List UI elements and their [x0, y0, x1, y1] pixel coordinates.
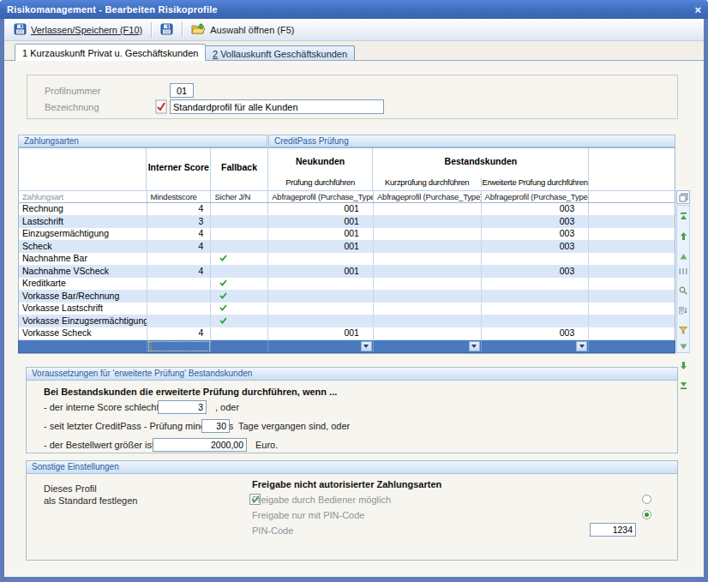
header-interner-score[interactable]: Interner Score: [147, 148, 211, 190]
profile-name-input[interactable]: [170, 99, 384, 114]
grid-row[interactable]: Vorkasse Bar/Rechnung: [19, 291, 675, 303]
header-bestandskunden[interactable]: Bestandskunden Kurzprüfung durchführen E…: [373, 148, 589, 190]
grid-cell-extra[interactable]: [589, 291, 675, 303]
new-row-sicher-cell[interactable]: [211, 340, 268, 353]
new-row-erweiterte-cell[interactable]: [482, 340, 590, 353]
grid-cell-mindestscore[interactable]: [147, 303, 212, 315]
grid-cell-mindestscore[interactable]: 4: [147, 228, 212, 240]
grid-cell-mindestscore[interactable]: 4: [147, 266, 212, 278]
grid-cell-abfrageprofil-neukunden[interactable]: 001: [268, 203, 374, 215]
header-neukunden[interactable]: Neukunden Prüfung durchführen: [268, 148, 374, 190]
grid-cell-extra[interactable]: [589, 241, 675, 253]
row-down-icon[interactable]: [680, 357, 687, 373]
tab-kurzauskunft[interactable]: 1 Kurzauskunft Privat u. Geschäftskunden: [15, 44, 206, 61]
grid-cell-abfrageprofil-erweitert[interactable]: 003: [482, 216, 590, 228]
grid-cell-mindestscore[interactable]: 4: [147, 241, 212, 253]
grid-cell-abfrageprofil-kurzpruefung[interactable]: [374, 241, 482, 253]
grid-cell-abfrageprofil-kurzpruefung[interactable]: [374, 216, 482, 228]
filter-icon[interactable]: [679, 322, 687, 338]
grid-row[interactable]: Lastschrift3001003: [19, 216, 675, 229]
grid-cell-extra[interactable]: [589, 278, 675, 290]
grid-cell-abfrageprofil-kurzpruefung[interactable]: [374, 278, 482, 290]
pin-code-input[interactable]: [590, 523, 636, 537]
open-selection-button[interactable]: Auswahl öffnen (F5): [185, 21, 300, 39]
grid-cell-abfrageprofil-erweitert[interactable]: [482, 278, 590, 290]
grid-cell-zahlungsart[interactable]: Vorkasse Einzugsermächtigung: [19, 315, 147, 327]
purchase-type-dropdown[interactable]: [469, 341, 480, 351]
grid-cell-zahlungsart[interactable]: Einzugsermächtigung: [19, 228, 147, 240]
grid-cell-zahlungsart[interactable]: Scheck: [19, 241, 147, 253]
grid-cell-sicher[interactable]: [211, 266, 268, 278]
grid-cell-sicher[interactable]: [211, 315, 268, 327]
sort-icon[interactable]: [679, 303, 687, 318]
new-row-zahlungsart-cell[interactable]: [19, 340, 147, 353]
grid-cell-extra[interactable]: [589, 228, 675, 240]
radio-pin[interactable]: [642, 510, 651, 519]
subheader-abfrageprofil-erw[interactable]: Abfrageprofil (Purchase_Type): [482, 191, 590, 202]
grid-cell-mindestscore[interactable]: [147, 315, 212, 327]
validated-field-icon[interactable]: [155, 99, 167, 117]
grid-row[interactable]: Nachnahme Bar: [19, 253, 675, 266]
grid-cell-zahlungsart[interactable]: Rechnung: [19, 203, 147, 215]
grid-row[interactable]: Vorkasse Einzugsermächtigung: [19, 315, 675, 328]
grid-cell-sicher[interactable]: [211, 327, 268, 339]
grid-cell-sicher[interactable]: [211, 228, 268, 240]
grid-cell-abfrageprofil-kurzpruefung[interactable]: [374, 303, 482, 315]
grid-row[interactable]: Vorkasse Scheck4001003: [19, 327, 675, 340]
grid-cell-abfrageprofil-erweitert[interactable]: [482, 303, 590, 315]
grid-cell-extra[interactable]: [589, 327, 675, 339]
grid-cell-abfrageprofil-neukunden[interactable]: [268, 315, 374, 327]
page-up-icon[interactable]: [680, 248, 687, 263]
profile-number-input[interactable]: [170, 83, 194, 98]
grid-cell-zahlungsart[interactable]: Kreditkarte: [19, 278, 147, 290]
page-down-icon[interactable]: [680, 338, 687, 353]
row-up-icon[interactable]: [680, 228, 687, 243]
grid-cell-abfrageprofil-erweitert[interactable]: 003: [482, 203, 590, 215]
new-row-kurzpruefung-cell[interactable]: [374, 340, 482, 353]
grid-cell-abfrageprofil-neukunden[interactable]: [268, 303, 374, 315]
scroll-top-icon[interactable]: [680, 208, 687, 224]
grid-cell-abfrageprofil-kurzpruefung[interactable]: [374, 253, 482, 265]
grid-cell-abfrageprofil-kurzpruefung[interactable]: [374, 291, 482, 303]
grid-cell-abfrageprofil-erweitert[interactable]: [482, 253, 590, 265]
grid-cell-sicher[interactable]: [211, 253, 268, 265]
grid-cell-abfrageprofil-neukunden[interactable]: [268, 278, 374, 290]
grid-cell-abfrageprofil-neukunden[interactable]: 001: [268, 327, 374, 339]
header-fallback[interactable]: Fallback: [211, 148, 268, 190]
new-row-neukunden-cell[interactable]: [268, 340, 374, 353]
grid-cell-sicher[interactable]: [211, 216, 268, 228]
grid-cell-mindestscore[interactable]: [147, 291, 212, 303]
grid-cell-abfrageprofil-kurzpruefung[interactable]: [374, 315, 482, 327]
grid-cell-zahlungsart[interactable]: Nachnahme Bar: [19, 253, 147, 265]
grid-cell-mindestscore[interactable]: [147, 253, 212, 265]
grid-cell-abfrageprofil-erweitert[interactable]: 003: [482, 228, 590, 240]
grid-cell-abfrageprofil-kurzpruefung[interactable]: [374, 327, 482, 339]
grid-cell-mindestscore[interactable]: 4: [147, 203, 212, 215]
grid-row[interactable]: Kreditkarte: [19, 278, 675, 291]
condition-days-input[interactable]: [201, 419, 230, 433]
search-icon[interactable]: [679, 283, 687, 298]
column-width-icon[interactable]: [679, 263, 687, 279]
subheader-mindestscore[interactable]: Mindestscore: [147, 191, 212, 202]
tab-vollauskunft[interactable]: 2 Vollauskunft Geschäftskunden: [205, 45, 355, 61]
grid-cell-abfrageprofil-erweitert[interactable]: [482, 315, 590, 327]
grid-cell-sicher[interactable]: [211, 291, 268, 303]
new-row-extra-cell[interactable]: [589, 340, 675, 353]
grid-cell-extra[interactable]: [589, 203, 675, 215]
subheader-zahlungsart[interactable]: Zahlungsart: [19, 191, 147, 202]
grid-row[interactable]: Scheck4001003: [19, 241, 675, 254]
grid-cell-mindestscore[interactable]: 4: [147, 327, 212, 339]
grid-cell-abfrageprofil-erweitert[interactable]: 003: [482, 327, 590, 339]
grid-row[interactable]: Vorkasse Lastschrift: [19, 303, 675, 315]
close-icon[interactable]: ×: [694, 4, 701, 15]
grid-cell-zahlungsart[interactable]: Lastschrift: [19, 216, 147, 228]
grid-cell-extra[interactable]: [589, 253, 675, 265]
purchase-type-dropdown[interactable]: [361, 341, 372, 351]
grid-cell-abfrageprofil-erweitert[interactable]: [482, 291, 590, 303]
grid-cell-extra[interactable]: [589, 216, 675, 228]
grid-cell-extra[interactable]: [589, 266, 675, 278]
grid-cell-zahlungsart[interactable]: Vorkasse Bar/Rechnung: [19, 291, 147, 303]
grid-cell-abfrageprofil-erweitert[interactable]: 003: [482, 241, 590, 253]
save-button[interactable]: [154, 21, 179, 39]
grid-cell-abfrageprofil-kurzpruefung[interactable]: [374, 228, 482, 240]
